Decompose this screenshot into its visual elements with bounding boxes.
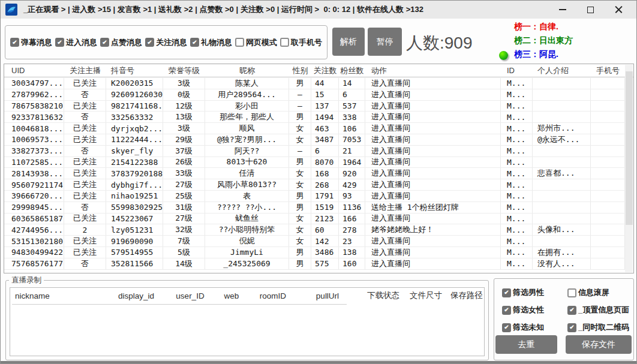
cell-uid: 53151302180: [4, 236, 64, 246]
rec-column-display-id[interactable]: display_id: [106, 291, 166, 300]
column-header-bio[interactable]: 个人介绍: [533, 64, 591, 77]
table-row[interactable]: 42744956...2lzy05123132级??小聪明特别笨女60278姥爷…: [4, 224, 625, 236]
table-row[interactable]: 75768576177否35281156614级_245325069男57516…: [4, 258, 625, 270]
cell-honor-level: 3级: [163, 123, 205, 134]
column-header-gender[interactable]: 性别: [289, 64, 311, 77]
checkbox-also-qrcode[interactable]: _同时取二维码: [567, 322, 629, 333]
table-row[interactable]: 28143938...已关注3783792018833级任清女168920进入直…: [4, 168, 625, 179]
checkbox-enter[interactable]: 进入消息: [55, 37, 97, 48]
cell-id: M...: [501, 236, 533, 246]
table-row[interactable]: 39666720...已关注nihao1925125级表男179193进入直播间…: [4, 191, 625, 202]
table-row[interactable]: 29998945...否5599830292531级????? ??小...男1…: [4, 202, 625, 213]
rec-column-user-id[interactable]: user_ID: [166, 291, 214, 300]
cell-honor-level: 26级: [163, 157, 205, 168]
cell-honor-level: 33级: [163, 168, 205, 179]
table-row[interactable]: 27879962...否926091260300级用户289564...–156…: [4, 89, 625, 101]
table-row[interactable]: 10069573...已关注11222444...29级@独?宠?男朋...女3…: [4, 134, 625, 146]
checkbox-webmode[interactable]: 网页模式: [235, 37, 277, 48]
cell-gender: 男: [289, 258, 311, 269]
table-row[interactable]: 33827373...否skyer_fly37级阿天??–621进入直播间M..…: [4, 146, 625, 157]
checkbox-info-scroll[interactable]: 信息滚屏: [567, 287, 629, 298]
rec-column-pull-url[interactable]: pullUrl: [297, 291, 358, 300]
cell-following-count: 142: [311, 236, 339, 246]
checkbox-label: 筛选未知: [513, 322, 544, 333]
checkbox-danmu[interactable]: 弹幕消息: [10, 37, 52, 48]
checkbox-like[interactable]: 点赞消息: [100, 37, 142, 48]
cell-nickname: 阿天??: [205, 146, 289, 157]
cell-nickname: ????? ??小...: [205, 202, 289, 213]
cell-id: M...: [501, 168, 533, 179]
table-row[interactable]: 60365865187已关注14522306727级鱿鱼丝女2123166进入直…: [4, 213, 625, 225]
column-header-uid[interactable]: UID: [4, 64, 64, 77]
cell-id: M...: [501, 191, 533, 201]
column-header-nickname[interactable]: 昵称: [205, 64, 289, 77]
cell-douyin-id: skyer_fly: [106, 146, 163, 157]
cell-follow-status: 已关注: [64, 78, 106, 89]
cell-follow-status: 已关注: [64, 213, 106, 224]
minimize-button[interactable]: [548, 1, 576, 19]
cell-follow-status: 已关注: [64, 179, 106, 190]
column-header-follow-status[interactable]: 关注主播: [64, 64, 106, 77]
cell-phone: [591, 146, 625, 157]
cell-gender: 女: [289, 179, 311, 190]
parse-button[interactable]: 解析: [332, 28, 365, 56]
table-row[interactable]: 30034797...已关注K200203153级陈某人男4414进入直播间M.…: [4, 78, 625, 89]
checked-checkbox-icon: [10, 38, 19, 47]
cell-fans-count: 23: [339, 236, 365, 246]
dedupe-button[interactable]: 去重: [495, 335, 557, 354]
cell-nickname: _245325069: [205, 258, 289, 269]
checked-checkbox-icon: [145, 38, 154, 47]
cell-phone: [591, 112, 625, 122]
cell-bio: [533, 179, 591, 190]
rec-column-nickname[interactable]: nickname: [10, 291, 106, 300]
checkbox-gift[interactable]: 礼物消息: [190, 37, 232, 48]
rec-column-web[interactable]: web: [214, 291, 249, 300]
checkbox-filter-unknown[interactable]: 筛选未知: [502, 322, 567, 333]
table-row[interactable]: 11072585...已关注215412238826级8013十620男8070…: [4, 157, 625, 169]
column-header-id[interactable]: ID: [501, 64, 533, 77]
checkbox-pin-info-page[interactable]: _顶置信息页面: [567, 305, 629, 315]
scrollbar-thumb[interactable]: [626, 71, 633, 225]
checkbox-filter-male[interactable]: 筛选男性: [502, 287, 567, 298]
checkbox-follow[interactable]: 关注消息: [145, 37, 187, 48]
cell-nickname: 顺风: [205, 123, 289, 134]
cell-following-count: 44: [311, 78, 339, 89]
column-header-action[interactable]: 动作: [365, 64, 501, 77]
vertical-scrollbar[interactable]: [625, 65, 633, 272]
pause-button[interactable]: 暂停: [368, 28, 402, 56]
table-row[interactable]: 95607921174已关注dybhgi7f...27级风雨小草8013??女2…: [4, 179, 625, 191]
table-row[interactable]: 92337813632否33256333213级那些年，那些人男1494338进…: [4, 112, 625, 123]
cell-bio: [533, 112, 591, 122]
cell-id: M...: [501, 101, 533, 112]
table-row[interactable]: 94830499422已关注5795149555级JimmyLi男3486138…: [4, 247, 625, 258]
column-header-honor-level[interactable]: 荣誉等级: [163, 64, 205, 77]
column-header-douyin-id[interactable]: 抖音号: [106, 64, 163, 77]
rec-column-save-path[interactable]: 保存路径: [443, 290, 490, 301]
cell-action: 进入直播间: [365, 157, 501, 168]
table-row[interactable]: 78675838210已关注9821741168.12级彩小田–137537进入…: [4, 101, 625, 112]
rec-column-download-state[interactable]: 下载状态: [358, 290, 408, 301]
table-row[interactable]: 10046818...已关注dyrjxqb2...3级顺风女463106进入直播…: [4, 123, 625, 134]
cell-douyin-id: dyrjxqb2...: [106, 123, 163, 134]
cell-follow-status: 已关注: [64, 123, 106, 134]
rec-column-room-id[interactable]: roomID: [249, 291, 297, 300]
cell-douyin-id: 9821741168.: [106, 101, 163, 112]
cell-bio: 郑州市...: [533, 123, 591, 134]
cell-bio: 在拥有...: [533, 247, 591, 258]
checkbox-phone[interactable]: 取手机号: [280, 37, 322, 48]
cell-action: 进入直播间: [365, 191, 501, 201]
column-header-phone[interactable]: 手机号: [591, 64, 625, 77]
column-header-fans-count[interactable]: 粉丝数: [339, 64, 365, 77]
close-button[interactable]: [605, 1, 633, 19]
cell-action: 送给主播 1个粉丝团灯牌: [365, 202, 501, 213]
maximize-button[interactable]: [576, 1, 605, 19]
checkbox-filter-female[interactable]: 筛选女性: [502, 305, 567, 315]
cell-action: 进入直播间: [365, 123, 501, 134]
rec-column-file-size[interactable]: 文件尺寸: [408, 290, 443, 301]
save-file-button[interactable]: 保存文件: [566, 335, 632, 354]
cell-action: 进入直播间: [365, 258, 501, 269]
window-bottom-edge: [1, 361, 636, 363]
table-row[interactable]: 53151302180已关注9196900907级倪妮女14223进入直播间M.…: [4, 236, 625, 247]
column-header-following-count[interactable]: 关注数: [311, 64, 339, 77]
cell-fans-count: 1136: [339, 202, 365, 213]
